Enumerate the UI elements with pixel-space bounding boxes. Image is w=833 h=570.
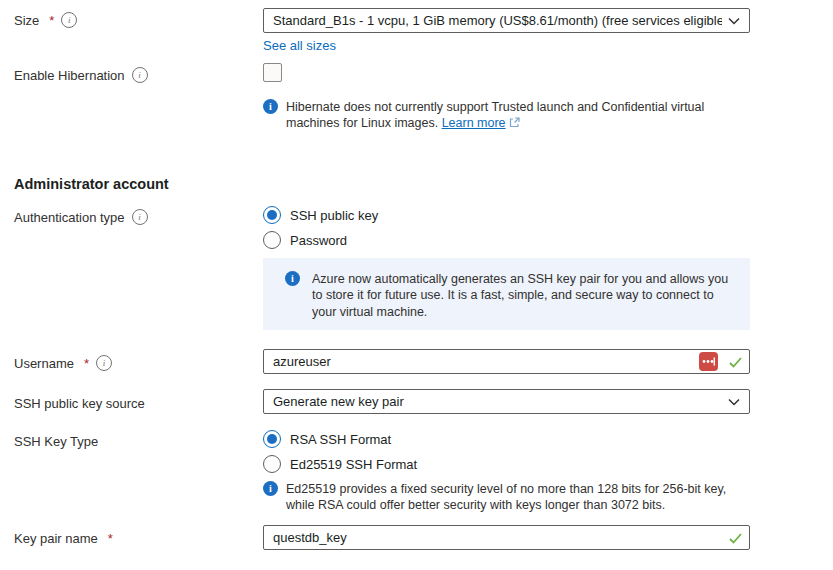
vm-create-form: Size* i Standard_B1s - 1 vcpu, 1 GiB mem… — [0, 0, 833, 570]
chevron-down-icon — [728, 17, 740, 25]
section-heading: Administrator account — [14, 176, 169, 192]
hibernation-label: Enable Hibernation i — [14, 67, 148, 83]
key-type-option-ed25519-label: Ed25519 SSH Format — [290, 457, 417, 472]
info-icon: i — [263, 481, 278, 496]
password-manager-icon[interactable] — [699, 352, 718, 371]
key-source-label: SSH public key source — [14, 396, 145, 411]
see-all-sizes-link[interactable]: See all sizes — [263, 38, 336, 53]
auth-option-ssh-label: SSH public key — [290, 208, 378, 223]
ssh-keypair-info-box: i Azure now automatically generates an S… — [263, 258, 750, 330]
ed25519-notice-text: Ed25519 provides a fixed security level … — [286, 481, 748, 513]
required-marker: * — [108, 531, 113, 546]
external-link-icon — [509, 116, 520, 132]
info-icon[interactable]: i — [132, 67, 148, 83]
radio-selected-icon — [263, 206, 281, 224]
key-pair-name-label-text: Key pair name — [14, 531, 98, 546]
auth-type-label: Authentication type i — [14, 209, 148, 225]
key-source-select-value: Generate new key pair — [273, 394, 722, 409]
info-icon[interactable]: i — [96, 355, 112, 371]
hibernation-checkbox[interactable] — [263, 63, 282, 82]
key-type-label-text: SSH Key Type — [14, 434, 98, 449]
valid-check-icon — [729, 530, 742, 548]
hibernate-notice-text: Hibernate does not currently support Tru… — [286, 99, 738, 132]
hibernation-label-text: Enable Hibernation — [14, 68, 125, 83]
info-icon[interactable]: i — [132, 209, 148, 225]
key-pair-name-input-wrap — [263, 525, 750, 550]
key-source-label-text: SSH public key source — [14, 396, 145, 411]
size-select[interactable]: Standard_B1s - 1 vcpu, 1 GiB memory (US$… — [263, 8, 750, 33]
username-label-text: Username — [14, 356, 74, 371]
learn-more-link[interactable]: Learn more — [442, 116, 506, 130]
hibernate-notice: i Hibernate does not currently support T… — [263, 99, 738, 132]
radio-unselected-icon — [263, 455, 281, 473]
info-icon: i — [263, 99, 278, 114]
size-select-value: Standard_B1s - 1 vcpu, 1 GiB memory (US$… — [273, 13, 722, 28]
auth-type-label-text: Authentication type — [14, 210, 125, 225]
size-label: Size* i — [14, 12, 77, 28]
key-pair-name-label: Key pair name* — [14, 531, 113, 546]
key-type-option-rsa-label: RSA SSH Format — [290, 432, 391, 447]
auth-option-password-label: Password — [290, 233, 347, 248]
ssh-keypair-info-text: Azure now automatically generates an SSH… — [312, 271, 730, 317]
auth-option-ssh[interactable]: SSH public key — [263, 206, 378, 224]
username-input[interactable] — [263, 349, 750, 374]
ed25519-notice: i Ed25519 provides a fixed security leve… — [263, 481, 748, 513]
valid-check-icon — [729, 354, 742, 372]
key-source-select[interactable]: Generate new key pair — [263, 389, 750, 414]
key-type-option-ed25519[interactable]: Ed25519 SSH Format — [263, 455, 417, 473]
auth-option-password[interactable]: Password — [263, 231, 347, 249]
key-pair-name-input[interactable] — [263, 525, 750, 550]
radio-unselected-icon — [263, 231, 281, 249]
info-icon: i — [285, 271, 300, 286]
username-label: Username* i — [14, 355, 112, 371]
username-input-wrap — [263, 349, 750, 374]
radio-selected-icon — [263, 430, 281, 448]
chevron-down-icon — [728, 398, 740, 406]
key-type-label: SSH Key Type — [14, 434, 98, 449]
required-marker: * — [49, 13, 54, 28]
info-icon[interactable]: i — [61, 12, 77, 28]
key-type-option-rsa[interactable]: RSA SSH Format — [263, 430, 391, 448]
required-marker: * — [84, 356, 89, 371]
size-label-text: Size — [14, 13, 39, 28]
